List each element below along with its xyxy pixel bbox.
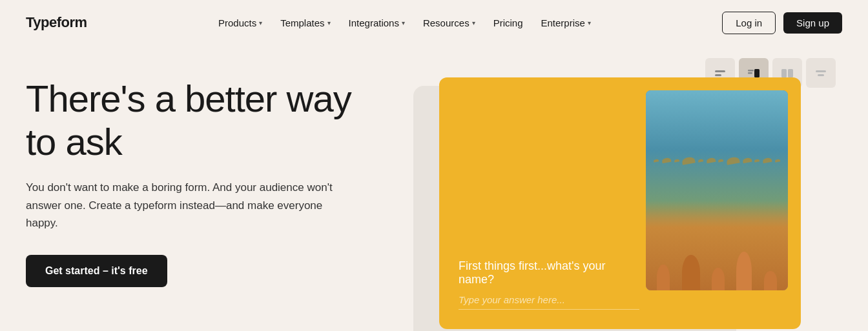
coral-bump <box>682 255 700 290</box>
nav-label-pricing: Pricing <box>493 17 523 28</box>
svg-rect-6 <box>788 69 793 77</box>
svg-rect-2 <box>748 70 754 72</box>
chevron-down-icon: ▾ <box>327 19 331 26</box>
form-answer-placeholder: Type your answer here... <box>459 294 639 310</box>
fish <box>718 159 724 162</box>
fish <box>698 159 704 162</box>
fish <box>742 157 752 163</box>
nav-item-pricing[interactable]: Pricing <box>486 12 531 34</box>
nav-item-resources[interactable]: Resources ▾ <box>415 12 483 34</box>
svg-rect-7 <box>816 70 826 72</box>
fish <box>706 157 716 163</box>
login-button[interactable]: Log in <box>722 12 776 34</box>
form-question: First things first...what's your name? <box>459 259 639 286</box>
svg-rect-1 <box>715 74 721 76</box>
svg-rect-4 <box>754 69 760 77</box>
logo[interactable]: Typeform <box>26 14 87 31</box>
form-preview-card: First things first...what's your name? T… <box>439 77 801 329</box>
fish-layer <box>646 121 788 201</box>
nav-item-templates[interactable]: Templates ▾ <box>273 12 338 34</box>
chevron-down-icon: ▾ <box>402 19 405 26</box>
nav-item-products[interactable]: Products ▾ <box>211 12 270 34</box>
hero-left: There's a better way to ask You don't wa… <box>26 65 388 287</box>
fish <box>661 157 671 163</box>
nav-label-templates: Templates <box>280 17 324 28</box>
form-card-photo <box>646 90 788 290</box>
nav-label-integrations: Integrations <box>349 17 399 28</box>
nav-label-resources: Resources <box>423 17 470 28</box>
svg-rect-0 <box>715 70 725 72</box>
cta-button[interactable]: Get started – it's free <box>26 255 167 287</box>
navbar: Typeform Products ▾ Templates ▾ Integrat… <box>0 0 868 45</box>
coral-bump <box>736 252 752 290</box>
fish <box>774 159 780 162</box>
layout-icon-4[interactable] <box>806 58 836 88</box>
coral-bump <box>657 265 670 290</box>
coral-bumps <box>646 201 788 291</box>
chevron-down-icon: ▾ <box>472 19 475 26</box>
hero-title: There's a better way to ask <box>26 77 388 163</box>
svg-rect-3 <box>748 72 752 74</box>
nav-label-enterprise: Enterprise <box>541 17 585 28</box>
hero-right: First things first...what's your name? T… <box>388 65 842 331</box>
fish <box>754 159 760 162</box>
nav-actions: Log in Sign up <box>722 12 842 34</box>
coral-bump <box>764 271 777 290</box>
nav-label-products: Products <box>218 17 256 28</box>
underwater-image <box>646 90 788 290</box>
chevron-down-icon: ▾ <box>588 19 591 26</box>
fish <box>682 156 696 165</box>
svg-rect-8 <box>818 74 824 76</box>
fish <box>674 159 679 162</box>
nav-menu: Products ▾ Templates ▾ Integrations ▾ Re… <box>211 12 599 34</box>
fish <box>654 159 659 162</box>
main-content: There's a better way to ask You don't wa… <box>0 45 868 331</box>
hero-subtitle: You don't want to make a boring form. An… <box>26 179 336 232</box>
fish <box>726 156 739 165</box>
coral-layer <box>646 201 788 291</box>
fish <box>762 157 772 163</box>
coral-bump <box>712 268 725 290</box>
nav-item-integrations[interactable]: Integrations ▾ <box>341 12 413 34</box>
signup-button[interactable]: Sign up <box>783 12 842 34</box>
chevron-down-icon: ▾ <box>259 19 262 26</box>
nav-item-enterprise[interactable]: Enterprise ▾ <box>533 12 599 34</box>
svg-rect-5 <box>781 69 787 77</box>
